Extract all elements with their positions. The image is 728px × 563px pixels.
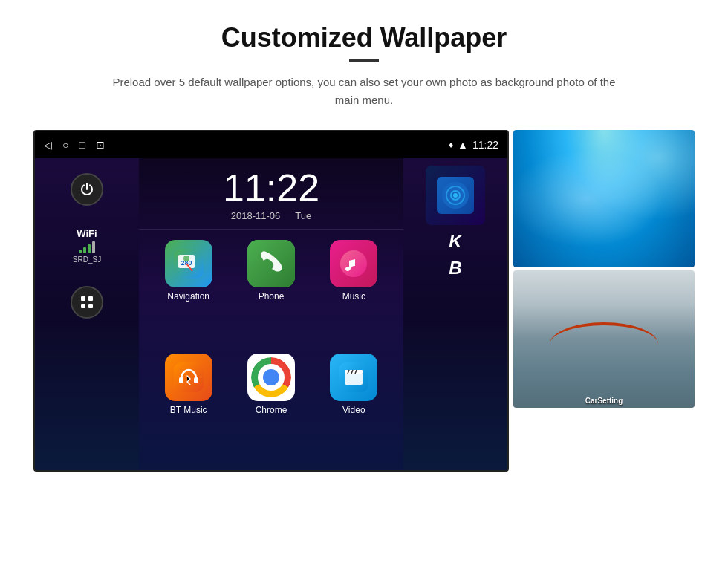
svg-rect-8 (247, 240, 295, 287)
wifi-widget: WiFi SRD_SJ (73, 228, 101, 264)
status-bar-right: ♦ ▲ 11:22 (449, 139, 498, 151)
chrome-icon (247, 354, 295, 401)
svg-rect-2 (81, 304, 85, 308)
k-letter: K (449, 231, 461, 252)
wifi-bar-4 (92, 241, 95, 253)
bridge-background (513, 270, 695, 408)
app-bt-music[interactable]: BT Music (151, 354, 226, 460)
clock-display: 11:22 (223, 169, 319, 207)
carsetting-label: CarSetting (585, 397, 623, 405)
home-icon[interactable]: ○ (62, 139, 68, 151)
wifi-ssid: SRD_SJ (73, 256, 101, 264)
bt-music-icon (165, 354, 212, 401)
date-display: 2018-11-06 Tue (231, 210, 311, 221)
back-icon[interactable]: ◁ (44, 139, 52, 151)
app-video[interactable]: Video (316, 354, 391, 460)
wifi-bars (79, 241, 95, 253)
combined-screen: ◁ ○ □ ⊡ ♦ ▲ 11:22 (33, 130, 695, 472)
time-widget: 11:22 2018-11-06 Tue (139, 158, 403, 230)
app-grid: 280 Navigation (139, 230, 403, 470)
chrome-circle (251, 357, 291, 397)
music-icon (330, 240, 377, 287)
bt-music-label: BT Music (170, 405, 207, 415)
wallpaper-ice[interactable] (513, 130, 695, 267)
chrome-label: Chrome (256, 405, 287, 415)
svg-rect-11 (179, 377, 183, 383)
day-text: Tue (295, 210, 311, 221)
recents-icon[interactable]: □ (79, 139, 85, 151)
wireless-inner (437, 177, 474, 214)
wireless-widget (426, 166, 485, 225)
phone-label: Phone (259, 291, 285, 302)
status-bar: ◁ ○ □ ⊡ ♦ ▲ 11:22 (35, 131, 507, 158)
svg-rect-14 (345, 373, 363, 385)
power-button[interactable] (71, 173, 103, 206)
svg-point-7 (183, 256, 189, 261)
phone-icon (247, 240, 295, 287)
wifi-bar-1 (79, 250, 82, 253)
svg-rect-3 (88, 304, 93, 308)
status-time: 11:22 (472, 139, 498, 151)
svg-point-22 (453, 193, 458, 198)
wifi-bar-2 (83, 247, 86, 253)
screenshot-icon[interactable]: ⊡ (96, 139, 105, 151)
navigation-label: Navigation (167, 291, 209, 302)
left-sidebar: WiFi SRD_SJ (35, 158, 139, 470)
wallpaper-bridge[interactable]: CarSetting (513, 270, 695, 408)
screen-content: WiFi SRD_SJ (35, 158, 507, 470)
right-panel: K B (403, 158, 507, 470)
svg-rect-1 (88, 296, 93, 301)
app-navigation[interactable]: 280 Navigation (151, 240, 226, 346)
wifi-signal-icon: ▲ (458, 139, 468, 151)
svg-rect-0 (81, 296, 85, 301)
location-icon: ♦ (449, 140, 453, 150)
ice-background (513, 130, 695, 267)
title-divider (349, 59, 379, 62)
android-device: ◁ ○ □ ⊡ ♦ ▲ 11:22 (33, 130, 509, 472)
app-phone[interactable]: Phone (233, 240, 308, 346)
b-letter: B (449, 258, 461, 279)
apps-grid-button[interactable] (71, 286, 103, 319)
navigation-icon: 280 (165, 240, 212, 287)
center-main: 11:22 2018-11-06 Tue (139, 158, 403, 470)
app-music[interactable]: Music (316, 240, 391, 346)
music-label: Music (342, 291, 365, 302)
page-description: Preload over 5 default wallpaper options… (104, 74, 624, 109)
status-bar-left: ◁ ○ □ ⊡ (44, 139, 105, 151)
video-label: Video (342, 405, 365, 415)
wifi-bar-3 (88, 244, 91, 253)
date-text: 2018-11-06 (231, 210, 281, 221)
page-title: Customized Wallpaper (221, 22, 507, 53)
video-icon (330, 354, 377, 401)
app-chrome[interactable]: Chrome (233, 354, 308, 460)
page-container: Customized Wallpaper Preload over 5 defa… (0, 0, 728, 563)
svg-rect-12 (194, 377, 198, 383)
wallpaper-thumbnails: CarSetting (513, 130, 695, 408)
wifi-label: WiFi (77, 228, 97, 239)
